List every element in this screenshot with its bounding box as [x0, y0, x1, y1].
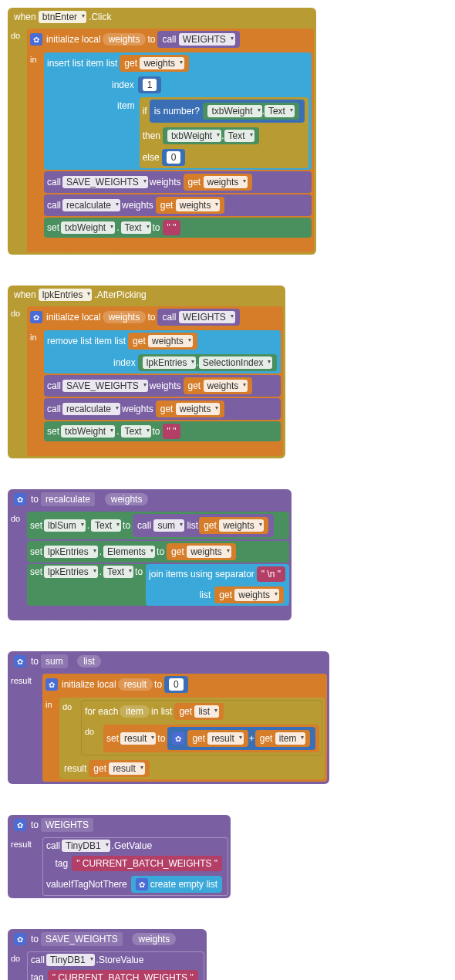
event-lpkentries-afterpicking[interactable]: when lpkEntries .AfterPicking do ✿ initi… — [8, 286, 455, 458]
get-weights[interactable]: get weights — [120, 55, 189, 72]
proc-recalculate[interactable]: ✿ to recalculate weights do set lblSum .… — [8, 489, 455, 620]
insert-list-item[interactable]: insert list item list get weights index … — [44, 52, 312, 170]
call-recalculate-2[interactable]: call recalculate weights get weights — [44, 398, 281, 420]
call-weights-2[interactable]: call WEIGHTS — [157, 309, 239, 326]
gear-icon[interactable]: ✿ — [14, 819, 26, 831]
set-lpkentries-elements[interactable]: set lpkEntries . Elements to get weights — [27, 541, 289, 563]
proc-save-weights-def[interactable]: ✿ to SAVE_WEIGHTS weights do call TinyDB… — [8, 929, 455, 980]
gear-icon[interactable]: ✿ — [172, 732, 184, 745]
set-lpkentries-text[interactable]: set lpkEntries . Text to join items usin… — [27, 564, 289, 606]
gear-icon[interactable]: ✿ — [14, 493, 26, 505]
txbweight-text[interactable]: txbWeight . Text — [203, 103, 299, 120]
index-value[interactable]: 1 — [138, 76, 162, 93]
call-tinydb-getvalue[interactable]: call TinyDB1 .GetValue tag " CURRENT_BAT… — [42, 837, 228, 896]
param-weights[interactable]: weights — [105, 493, 149, 505]
get-weights-2[interactable]: get weights — [184, 174, 253, 191]
if-block[interactable]: if is number? txbWeight . Text — [140, 97, 308, 168]
tag-string[interactable]: " CURRENT_BATCH_WEIGHTS " — [72, 856, 222, 871]
when-label: when — [14, 12, 36, 22]
init-local-block[interactable]: ✿ initialize local weights to call WEIGH… — [27, 29, 314, 252]
join-items[interactable]: join items using separator " \n " list g… — [146, 564, 289, 606]
do-result-block[interactable]: do for each item in list get list — [59, 698, 325, 779]
create-empty-list[interactable]: ✿ create empty list — [131, 876, 222, 893]
init-local-block-2[interactable]: ✿ initialize local weights to call WEIGH… — [27, 306, 283, 456]
param-weights[interactable]: weights — [132, 933, 176, 945]
call-save-weights[interactable]: call SAVE_WEIGHTS weights get weights — [44, 171, 312, 193]
else-zero[interactable]: 0 — [162, 149, 186, 166]
gear-icon[interactable]: ✿ — [30, 311, 42, 323]
call-recalculate[interactable]: call recalculate weights get weights — [44, 194, 312, 216]
set-result[interactable]: set result to ✿ get result — [103, 725, 319, 752]
set-txbweight-text-2[interactable]: set txbWeight . Text to " " — [44, 421, 281, 441]
gear-icon[interactable]: ✿ — [46, 678, 58, 691]
gear-icon[interactable]: ✿ — [14, 655, 26, 667]
init-local-result[interactable]: ✿ initialize local result to 0 in do for… — [42, 674, 327, 782]
proc-weights-def[interactable]: ✿ to WEIGHTS result call TinyDB1 .GetVal… — [8, 815, 455, 898]
get-weights-3[interactable]: get weights — [156, 197, 225, 214]
selection-index[interactable]: lpkEntries . SelectionIndex — [138, 354, 278, 371]
block-foot — [67, 239, 113, 250]
param-list[interactable]: list — [77, 655, 101, 667]
call-weights[interactable]: call WEIGHTS — [157, 31, 239, 48]
do-label: do — [11, 31, 20, 40]
remove-list-item[interactable]: remove list item list get weights index … — [44, 330, 281, 373]
set-txbweight-text[interactable]: set txbWeight . Text to " " — [44, 218, 312, 238]
gear-icon[interactable]: ✿ — [14, 933, 26, 945]
math-add[interactable]: ✿ get result + get — [167, 727, 315, 750]
set-lblsum-text[interactable]: set lblSum . Text to call sum list get w… — [27, 512, 289, 539]
var-weights[interactable]: weights — [103, 33, 147, 46]
foreach-block[interactable]: for each item in list get list do — [81, 700, 322, 755]
event-btnenter-click[interactable]: when btnEnter .Click do ✿ initialize loc… — [8, 8, 455, 255]
txbweight-text-then[interactable]: txbWeight . Text — [163, 127, 259, 144]
is-number-check[interactable]: is number? txbWeight . Text — [150, 100, 305, 123]
component-dd[interactable]: lpkEntries — [39, 289, 93, 301]
gear-icon[interactable]: ✿ — [136, 878, 148, 890]
component-dd[interactable]: btnEnter — [39, 11, 86, 23]
call-tinydb-storevalue[interactable]: call TinyDB1 .StoreValue tag " CURRENT_B… — [27, 951, 204, 980]
event-label: .Click — [89, 12, 111, 22]
tag-string-2[interactable]: " CURRENT_BATCH_WEIGHTS " — [48, 970, 198, 980]
empty-string[interactable]: " " — [163, 220, 181, 235]
proc-sum[interactable]: ✿ to sum list result ✿ initialize local … — [8, 651, 455, 784]
call-sum[interactable]: call sum list get weights — [133, 514, 274, 537]
gear-icon[interactable]: ✿ — [30, 33, 42, 46]
call-save-weights-2[interactable]: call SAVE_WEIGHTS weights get weights — [44, 375, 281, 397]
